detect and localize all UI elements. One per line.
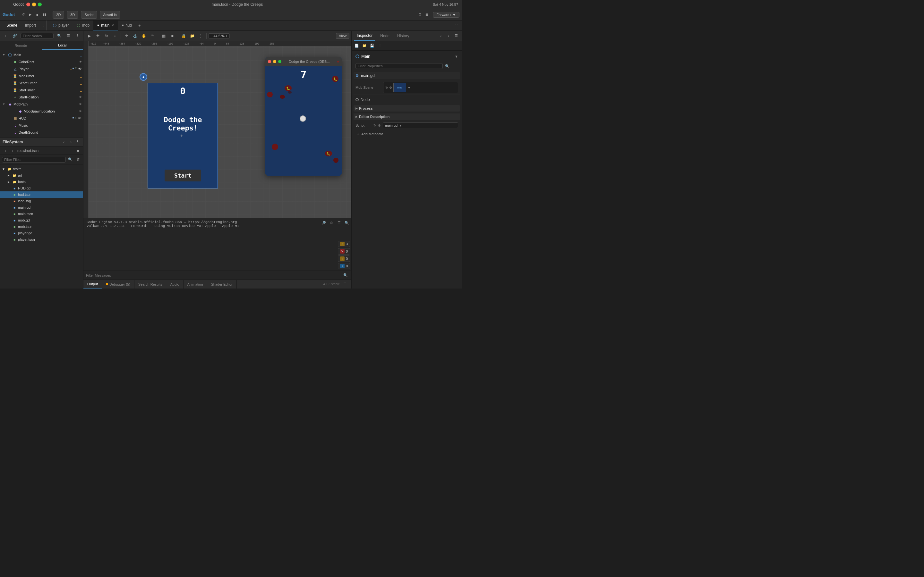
fs-item-mobtscn[interactable]: ■ mob.tscn xyxy=(0,223,83,230)
zoom-plus[interactable]: + xyxy=(226,34,228,38)
fs-item-playertscn[interactable]: ■ player.tscn xyxy=(0,236,83,243)
select-tool[interactable]: ▶ xyxy=(86,32,93,40)
link-node-button[interactable]: 🔗 xyxy=(11,33,18,39)
pan-tool[interactable]: ✋ xyxy=(140,32,148,40)
inspector-save-icon[interactable]: 💾 xyxy=(369,43,375,49)
tree-node-hud[interactable]: ▤ HUD ⎯ ■ ⇧ 👁 xyxy=(0,115,83,122)
layout-icon[interactable]: ☰ xyxy=(424,11,430,18)
fs-search-icon[interactable]: 🔍 xyxy=(67,156,73,163)
inspector-filter-input[interactable] xyxy=(355,63,443,69)
fs-item-mobgd[interactable]: ■ mob.gd xyxy=(0,217,83,223)
tree-node-scoretimer[interactable]: ⏳ ScoreTimer ⎯ xyxy=(0,79,83,87)
fs-path-forward[interactable]: › xyxy=(10,147,16,154)
inspector-file-icon[interactable]: 📄 xyxy=(354,43,360,49)
editor-desc-header[interactable]: ▶ Editor Description xyxy=(354,113,460,120)
mob-scene-value[interactable]: ↻ ⚙ mob ▼ xyxy=(383,82,458,93)
scene-tree-menu-icon[interactable]: ⋮ xyxy=(74,33,81,39)
playback-play[interactable]: ▶ xyxy=(27,11,33,18)
settings-icon[interactable]: ⚙ xyxy=(417,11,423,18)
version-settings-icon[interactable]: ☰ xyxy=(342,281,348,287)
main-tab-close[interactable]: ✕ xyxy=(111,23,114,27)
tree-node-starttimer[interactable]: ⏳ StartTimer ⎯ xyxy=(0,87,83,93)
scale-tool[interactable]: ↔ xyxy=(111,32,119,40)
inspector-forward-icon[interactable]: › xyxy=(445,33,452,39)
ruler-tool[interactable]: ↷ xyxy=(149,32,156,40)
tree-node-deathsound[interactable]: ♫ DeathSound xyxy=(0,129,83,136)
script-value[interactable]: main.gd ▼ xyxy=(383,122,458,128)
lock-btn[interactable]: 🔒 xyxy=(180,32,187,40)
filter-search-icon[interactable]: 🔍 xyxy=(342,272,349,279)
script-dropdown-icon[interactable]: ▼ xyxy=(399,124,402,127)
log-clear-icon[interactable]: ♲ xyxy=(328,219,334,226)
zoom-minus[interactable]: − xyxy=(210,34,212,38)
btab-output[interactable]: Output xyxy=(83,280,102,288)
tree-node-music[interactable]: ♫ Music xyxy=(0,122,83,129)
tree-node-mobtimer[interactable]: ⏳ MobTimer ⎯ xyxy=(0,73,83,79)
panel-menu-icon[interactable]: ⋮ xyxy=(40,23,46,29)
add-node-button[interactable]: + xyxy=(3,33,9,39)
fs-item-fonts[interactable]: ► 📁 fonts xyxy=(0,179,83,185)
fs-item-playergd[interactable]: ■ player.gd xyxy=(0,230,83,236)
move-tool[interactable]: ✚ xyxy=(94,32,102,40)
inspector-filter-search[interactable]: 🔍 xyxy=(444,63,451,69)
btab-shader-editor[interactable]: Shader Editor xyxy=(207,280,237,288)
fullscreen-icon[interactable]: ⛶ xyxy=(453,23,459,29)
snap-tool[interactable]: ⚜ xyxy=(123,32,130,40)
fs-filter-input[interactable] xyxy=(2,157,66,163)
playback-pause[interactable]: ▮▮ xyxy=(41,11,47,18)
fs-forward-button[interactable]: › xyxy=(68,139,74,145)
tab-mob[interactable]: ◯ mob xyxy=(73,21,94,31)
fs-back-button[interactable]: ‹ xyxy=(61,139,67,145)
anchor-tool[interactable]: ⚓ xyxy=(131,32,139,40)
scene-panel-tab[interactable]: Scene xyxy=(3,23,21,28)
fs-sort-icon[interactable]: ⇵ xyxy=(75,156,81,163)
remote-tab[interactable]: Remote xyxy=(0,41,42,50)
process-section-header[interactable]: ▶ Process xyxy=(354,105,460,111)
main-node-arrow[interactable]: ▼ xyxy=(1,53,6,56)
fs-item-maingd[interactable]: ■ main.gd xyxy=(0,204,83,211)
inspector-back-icon[interactable]: ‹ xyxy=(438,33,444,39)
minimize-button[interactable] xyxy=(32,3,36,6)
local-tab[interactable]: Local xyxy=(42,41,83,50)
inspector-tab-history[interactable]: History xyxy=(395,31,412,41)
filter-messages-input[interactable] xyxy=(86,274,341,277)
mode-assetlib-button[interactable]: AssetLib xyxy=(100,11,120,19)
tab-player[interactable]: ◯ player xyxy=(49,21,73,31)
playback-stop[interactable]: ■ xyxy=(34,11,40,18)
fs-item-hudgd[interactable]: ■ HUD.gd xyxy=(0,185,83,191)
add-tab-button[interactable]: + xyxy=(136,21,143,31)
fs-item-art[interactable]: ► 📁 art xyxy=(0,172,83,179)
playback-rewind[interactable]: ↺ xyxy=(20,11,26,18)
add-metadata-button[interactable]: + Add Metadata xyxy=(354,129,460,139)
inspector-tab-node[interactable]: Node xyxy=(378,31,392,41)
script-refresh-icon[interactable]: ↻ xyxy=(373,124,376,127)
log-copy-icon[interactable]: 🔎 xyxy=(320,219,327,226)
fs-path-back[interactable]: ‹ xyxy=(2,147,8,154)
mode-3d-button[interactable]: 3D xyxy=(67,11,78,19)
mobpath-arrow[interactable]: ▼ xyxy=(1,103,6,106)
inspector-more-icon[interactable]: ⋮ xyxy=(376,43,383,49)
tab-main[interactable]: ■ main ✕ xyxy=(94,21,118,31)
smart-snap-btn[interactable]: ■ xyxy=(168,32,176,40)
fs-item-maintscn[interactable]: ■ main.tscn xyxy=(0,211,83,217)
inspector-menu-icon[interactable]: ☰ xyxy=(453,33,459,39)
warning-count[interactable]: ! 3 xyxy=(338,241,350,247)
fs-collapse-icon[interactable]: ■ xyxy=(75,147,81,154)
window-controls[interactable] xyxy=(26,3,42,6)
inspector-tab-inspector[interactable]: Inspector xyxy=(354,31,375,41)
inspector-filter-layout[interactable]: ⋯ xyxy=(452,63,458,69)
more-btn[interactable]: ⋮ xyxy=(197,32,205,40)
tab-hud[interactable]: ■ hud xyxy=(118,21,136,31)
viewport-canvas[interactable]: -512 -448 -384 -320 -256 -192 -128 -64 0… xyxy=(83,41,351,218)
close-button[interactable] xyxy=(26,3,30,6)
mode-script-button[interactable]: Script xyxy=(81,11,97,19)
script-edit-icon[interactable]: ⚙ xyxy=(378,124,381,127)
mob-scene-dropdown-icon[interactable]: ▼ xyxy=(407,86,411,89)
node-dropdown[interactable]: ▼ xyxy=(455,55,458,58)
grid-snap-btn[interactable]: ▦ xyxy=(160,32,168,40)
import-panel-tab[interactable]: Import xyxy=(21,23,40,28)
filter-nodes-input[interactable] xyxy=(21,33,53,39)
error-count[interactable]: ✕ 0 xyxy=(338,248,350,255)
btab-animation[interactable]: Animation xyxy=(184,280,207,288)
forward-plus-button[interactable]: Forward+ ▼ xyxy=(433,12,459,18)
